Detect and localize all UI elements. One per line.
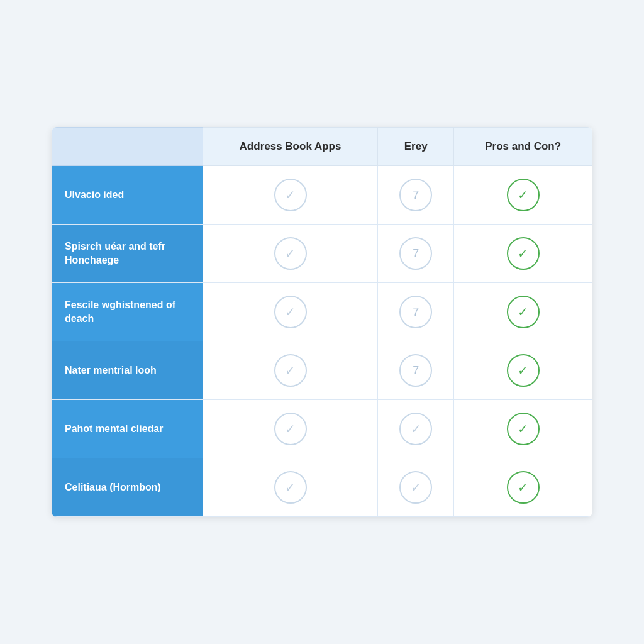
check-green-icon: ✓ bbox=[507, 237, 540, 270]
check-gray-icon: ✓ bbox=[399, 413, 432, 445]
cell-3-0: ✓ bbox=[203, 341, 378, 400]
number-icon: 7 bbox=[399, 296, 432, 328]
check-green-icon: ✓ bbox=[507, 471, 540, 504]
cell-3-1: 7 bbox=[378, 341, 454, 400]
table-row: Pahot mental cliedar✓✓✓ bbox=[52, 400, 592, 458]
header-erey: Erey bbox=[378, 128, 454, 166]
check-green-icon: ✓ bbox=[507, 413, 540, 445]
header-address-book: Address Book Apps bbox=[203, 128, 378, 166]
cell-5-1: ✓ bbox=[378, 458, 454, 517]
table-row: Ulvacio ided✓7✓ bbox=[52, 166, 592, 225]
check-green-icon: ✓ bbox=[507, 296, 540, 328]
check-gray-icon: ✓ bbox=[274, 296, 307, 328]
row-label: Spisrch uéar and tefr Honchaege bbox=[52, 225, 203, 283]
number-icon: 7 bbox=[399, 237, 432, 270]
check-gray-icon: ✓ bbox=[274, 471, 307, 504]
cell-1-2: ✓ bbox=[454, 225, 592, 283]
row-label: Celitiaua (Hormbon) bbox=[52, 458, 203, 517]
cell-2-2: ✓ bbox=[454, 283, 592, 341]
row-label: Pahot mental cliedar bbox=[52, 400, 203, 458]
row-label: Nater mentrial looh bbox=[52, 341, 203, 400]
row-label: Fescile wghistnened of deach bbox=[52, 283, 203, 341]
cell-0-2: ✓ bbox=[454, 166, 592, 225]
table-row: Celitiaua (Hormbon)✓✓✓ bbox=[52, 458, 592, 517]
cell-2-1: 7 bbox=[378, 283, 454, 341]
number-icon: 7 bbox=[399, 354, 432, 387]
cell-4-1: ✓ bbox=[378, 400, 454, 458]
table-row: Fescile wghistnened of deach✓7✓ bbox=[52, 283, 592, 341]
cell-2-0: ✓ bbox=[203, 283, 378, 341]
check-gray-icon: ✓ bbox=[274, 413, 307, 445]
cell-0-1: 7 bbox=[378, 166, 454, 225]
cell-5-2: ✓ bbox=[454, 458, 592, 517]
table-row: Nater mentrial looh✓7✓ bbox=[52, 341, 592, 400]
header-pros-cons: Pros and Con? bbox=[454, 128, 592, 166]
table-row: Spisrch uéar and tefr Honchaege✓7✓ bbox=[52, 225, 592, 283]
check-gray-icon: ✓ bbox=[274, 354, 307, 387]
cell-4-2: ✓ bbox=[454, 400, 592, 458]
cell-1-0: ✓ bbox=[203, 225, 378, 283]
header-empty bbox=[52, 128, 203, 166]
cell-5-0: ✓ bbox=[203, 458, 378, 517]
number-icon: 7 bbox=[399, 179, 432, 211]
cell-3-2: ✓ bbox=[454, 341, 592, 400]
check-gray-icon: ✓ bbox=[274, 237, 307, 270]
comparison-table: Address Book Apps Erey Pros and Con? Ulv… bbox=[52, 127, 592, 517]
check-gray-icon: ✓ bbox=[274, 179, 307, 211]
cell-1-1: 7 bbox=[378, 225, 454, 283]
check-green-icon: ✓ bbox=[507, 354, 540, 387]
check-green-icon: ✓ bbox=[507, 179, 540, 211]
check-gray-icon: ✓ bbox=[399, 471, 432, 504]
cell-4-0: ✓ bbox=[203, 400, 378, 458]
row-label: Ulvacio ided bbox=[52, 166, 203, 225]
cell-0-0: ✓ bbox=[203, 166, 378, 225]
